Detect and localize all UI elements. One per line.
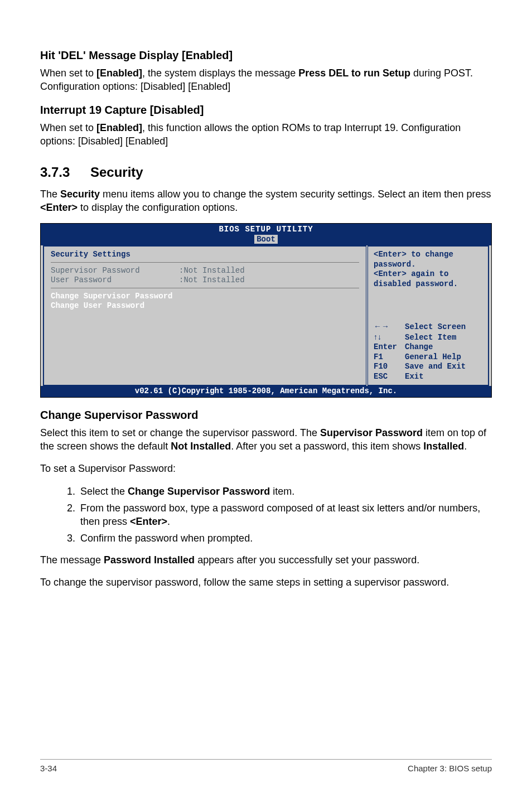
- key-esc: ESC: [374, 372, 405, 382]
- text-bold: Change Supervisor Password: [128, 486, 270, 497]
- bios-screenshot: BIOS SETUP UTILITY Boot Security Setting…: [40, 223, 492, 398]
- text: , the system displays the message: [142, 67, 298, 79]
- heading-interrupt-19: Interrupt 19 Capture [Disabled]: [40, 103, 492, 118]
- bios-body: Security Settings Supervisor Password:No…: [41, 245, 491, 386]
- key-enter: Enter: [374, 342, 405, 352]
- bios-row-supervisor: Supervisor Password:Not Installed: [51, 266, 359, 276]
- text: .: [167, 516, 170, 527]
- bios-right-panel: <Enter> to change password. <Enter> agai…: [367, 245, 489, 386]
- text: Save and Exit: [405, 362, 466, 371]
- bios-title: BIOS SETUP UTILITY: [41, 224, 491, 235]
- bios-help-text: <Enter> to change password. <Enter> agai…: [374, 250, 482, 289]
- text: menu items allow you to change the syste…: [100, 189, 491, 200]
- text: The: [40, 189, 60, 200]
- bios-item-change-user[interactable]: Change User Password: [51, 301, 359, 311]
- text: The message: [40, 554, 104, 566]
- page-footer: 3-34 Chapter 3: BIOS setup: [40, 759, 492, 774]
- text: .: [464, 441, 467, 452]
- text: Change: [405, 342, 433, 351]
- para-csp-3: The message Password Installed appears a…: [40, 553, 492, 567]
- text: Exit: [405, 372, 424, 381]
- heading-change-supervisor: Change Supervisor Password: [40, 408, 492, 423]
- para-hit-del: When set to [Enabled], the system displa…: [40, 66, 492, 94]
- bios-divider: [51, 288, 359, 288]
- text: Select this item to set or change the su…: [40, 427, 320, 438]
- text-bold: [Enabled]: [96, 122, 142, 133]
- bios-tab-row: Boot: [41, 235, 491, 246]
- bios-divider: [51, 262, 359, 263]
- chapter-label: Chapter 3: BIOS setup: [408, 763, 492, 774]
- text: Select Screen: [405, 322, 466, 331]
- bios-label: User Password: [51, 276, 179, 286]
- text: <Enter> again to disabled password.: [374, 269, 482, 289]
- bios-panel-heading: Security Settings: [51, 250, 359, 260]
- text: <Enter> to change password.: [374, 250, 482, 269]
- bios-value: :Not Installed: [179, 266, 245, 275]
- list-item: Confirm the password when prompted.: [78, 532, 492, 545]
- para-security-intro: The Security menu items allow you to cha…: [40, 187, 492, 215]
- bios-footer: v02.61 (C)Copyright 1985-2008, American …: [41, 386, 491, 397]
- text-bold: Not Installed: [171, 441, 231, 452]
- bios-row-user: User Password:Not Installed: [51, 276, 359, 286]
- text: appears after you successfully set your …: [195, 554, 419, 566]
- para-csp-4: To change the supervisor password, follo…: [40, 576, 492, 589]
- heading-security: 3.7.3Security: [40, 163, 492, 181]
- text-bold: Security: [60, 189, 100, 200]
- para-csp-1: Select this item to set or change the su…: [40, 426, 492, 453]
- key-f1: F1: [374, 352, 405, 363]
- para-csp-2: To set a Supervisor Password:: [40, 462, 492, 475]
- bios-left-panel: Security Settings Supervisor Password:No…: [43, 245, 366, 386]
- text-bold: <Enter>: [40, 202, 78, 213]
- bios-label: Supervisor Password: [51, 266, 179, 276]
- para-interrupt-19: When set to [Enabled], this function all…: [40, 121, 492, 148]
- text-bold: Installed: [423, 441, 464, 452]
- list-item: From the password box, type a password c…: [78, 501, 492, 529]
- text-bold: [Enabled]: [96, 67, 142, 79]
- bios-tab-boot[interactable]: Boot: [254, 235, 278, 244]
- arrows-ud-icon: ↑↓: [374, 332, 405, 342]
- section-title: Security: [90, 165, 143, 180]
- bios-value: :Not Installed: [179, 276, 245, 284]
- text-bold: <Enter>: [130, 516, 167, 527]
- key-f10: F10: [374, 362, 405, 372]
- bios-titlebar: BIOS SETUP UTILITY Boot: [41, 224, 491, 245]
- text-bold: Press DEL to run Setup: [298, 67, 410, 79]
- text: When set to: [40, 67, 96, 79]
- page-number: 3-34: [40, 763, 57, 774]
- text-bold: Supervisor Password: [320, 427, 423, 438]
- text: When set to: [40, 122, 96, 133]
- text: General Help: [405, 352, 461, 361]
- arrows-lr-icon: ←→: [374, 322, 405, 332]
- text: to display the configuration options.: [78, 202, 238, 213]
- text-bold: Password Installed: [104, 554, 195, 566]
- bios-item-change-supervisor[interactable]: Change Supervisor Password: [51, 292, 359, 302]
- text: . After you set a password, this item sh…: [231, 441, 423, 452]
- list-item: Select the Change Supervisor Password it…: [78, 485, 492, 498]
- text: Select Item: [405, 333, 456, 342]
- heading-hit-del: Hit 'DEL' Message Display [Enabled]: [40, 48, 492, 63]
- text: Select the: [80, 486, 128, 497]
- text: item.: [270, 486, 294, 497]
- section-number: 3.7.3: [40, 163, 90, 181]
- steps-list: Select the Change Supervisor Password it…: [40, 485, 492, 545]
- bios-key-legend: ←→Select Screen ↑↓Select Item EnterChang…: [374, 322, 482, 381]
